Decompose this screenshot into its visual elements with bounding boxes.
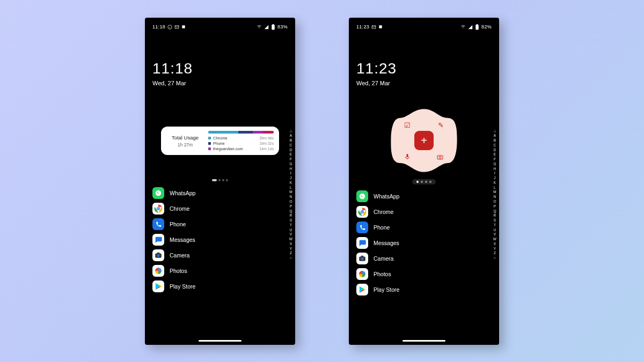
app-camera[interactable]: Camera	[152, 248, 288, 263]
alpha-W[interactable]: W	[493, 237, 496, 242]
alpha-M[interactable]: M	[289, 190, 292, 195]
alpha-B[interactable]: B	[289, 138, 292, 143]
alpha-D[interactable]: D	[289, 148, 292, 153]
svg-rect-17	[477, 24, 478, 25]
alpha-E[interactable]: E	[493, 152, 496, 157]
usage-widget[interactable]: Total Usage 1h 27m Chrome39m 48sPhone19m…	[161, 127, 279, 155]
app-chrome[interactable]: Chrome	[152, 201, 288, 217]
alpha-☆[interactable]: ☆	[289, 129, 292, 134]
alpha-R[interactable]: R	[289, 213, 292, 218]
alpha-H[interactable]: H	[493, 167, 496, 172]
alpha-Q[interactable]: Q	[289, 209, 292, 214]
alpha-G[interactable]: G	[289, 162, 292, 167]
alpha-X[interactable]: X	[289, 242, 292, 247]
alpha-○[interactable]: ○	[289, 256, 292, 261]
alpha-W[interactable]: W	[289, 237, 292, 242]
play-icon	[152, 280, 164, 292]
alpha-B[interactable]: B	[493, 138, 496, 143]
app-photos[interactable]: Photos	[152, 263, 288, 279]
alpha-○[interactable]: ○	[493, 256, 496, 261]
alpha-L[interactable]: L	[493, 186, 496, 190]
mic-icon[interactable]	[404, 153, 411, 160]
alpha-I[interactable]: I	[493, 171, 496, 176]
page-indicator[interactable]	[356, 179, 492, 184]
alpha-index[interactable]: ☆ABCDEFGHIJKLMNOPQRSTUVWXYZ○	[493, 129, 496, 261]
chrome-icon	[356, 206, 368, 218]
nav-pill[interactable]	[402, 340, 445, 342]
alpha-Y[interactable]: Y	[289, 247, 292, 252]
alpha-A[interactable]: A	[289, 134, 292, 138]
nav-pill[interactable]	[199, 340, 241, 342]
alpha-P[interactable]: P	[289, 204, 292, 209]
alpha-O[interactable]: O	[493, 200, 496, 204]
whatsapp-icon	[356, 190, 368, 202]
phone-left: 11:18 83% 11:18 Wed, 27 Mar Total Usage …	[145, 18, 295, 345]
page-indicator[interactable]	[152, 179, 288, 181]
alpha-C[interactable]: C	[289, 143, 292, 148]
alpha-C[interactable]: C	[493, 143, 496, 148]
status-bar: 11:18 83%	[152, 24, 288, 30]
alpha-P[interactable]: P	[493, 204, 496, 209]
alpha-N[interactable]: N	[493, 195, 496, 200]
alpha-Z[interactable]: Z	[289, 251, 292, 256]
alpha-I[interactable]: I	[289, 171, 292, 176]
alpha-U[interactable]: U	[289, 228, 292, 233]
alpha-M[interactable]: M	[493, 190, 496, 195]
alpha-N[interactable]: N	[289, 195, 292, 200]
alpha-L[interactable]: L	[289, 186, 292, 190]
app-messages[interactable]: Messages	[152, 232, 288, 248]
camera-icon[interactable]	[436, 154, 444, 160]
app-camera[interactable]: Camera	[356, 251, 492, 267]
app-whatsapp[interactable]: WhatsApp	[356, 189, 492, 204]
alpha-R[interactable]: R	[493, 213, 496, 218]
svg-rect-4	[273, 24, 274, 25]
app-play[interactable]: Play Store	[152, 279, 288, 294]
alpha-T[interactable]: T	[493, 223, 496, 228]
keep-widget[interactable]: + ☑ ✎	[386, 103, 462, 178]
app-whatsapp[interactable]: WhatsApp	[152, 186, 288, 201]
app-messages[interactable]: Messages	[356, 235, 492, 251]
alpha-Q[interactable]: Q	[493, 209, 496, 214]
app-chrome[interactable]: Chrome	[356, 204, 492, 220]
phone-icon	[152, 218, 164, 230]
status-time: 11:18	[152, 24, 165, 29]
keep-add-button[interactable]: +	[414, 131, 434, 150]
alpha-T[interactable]: T	[289, 223, 292, 228]
alpha-☆[interactable]: ☆	[493, 129, 496, 134]
alpha-U[interactable]: U	[493, 228, 496, 233]
alpha-Z[interactable]: Z	[493, 251, 496, 256]
checkbox-icon[interactable]: ☑	[404, 121, 411, 129]
app-phone[interactable]: Phone	[356, 220, 492, 235]
app-label: Photos	[374, 271, 391, 277]
app-photos[interactable]: Photos	[356, 267, 492, 282]
battery-pct: 83%	[277, 24, 288, 29]
alpha-V[interactable]: V	[493, 232, 496, 237]
alpha-J[interactable]: J	[493, 176, 496, 181]
phone-right: 11:23 82% 11:23 Wed, 27 Mar + ☑ ✎	[349, 18, 499, 345]
clock-widget[interactable]: 11:18 Wed, 27 Mar	[152, 60, 288, 86]
alpha-F[interactable]: F	[493, 157, 496, 162]
pencil-icon[interactable]: ✎	[438, 121, 444, 129]
alpha-index[interactable]: ☆ABCDEFGHIJKLMNOPQRSTUVWXYZ○	[289, 129, 292, 261]
clock-widget[interactable]: 11:23 Wed, 27 Mar	[356, 60, 492, 86]
alpha-E[interactable]: E	[289, 152, 292, 157]
alpha-S[interactable]: S	[493, 218, 496, 223]
alpha-G[interactable]: G	[493, 162, 496, 167]
alpha-V[interactable]: V	[289, 232, 292, 237]
alpha-H[interactable]: H	[289, 167, 292, 172]
alpha-D[interactable]: D	[493, 148, 496, 153]
alpha-J[interactable]: J	[289, 176, 292, 181]
alpha-K[interactable]: K	[493, 181, 496, 186]
alpha-F[interactable]: F	[289, 157, 292, 162]
alpha-X[interactable]: X	[493, 242, 496, 247]
svg-point-10	[158, 208, 159, 210]
app-list: WhatsAppChromePhoneMessagesCameraPhotosP…	[152, 186, 288, 294]
alpha-A[interactable]: A	[493, 134, 496, 138]
app-phone[interactable]: Phone	[152, 217, 288, 232]
alpha-K[interactable]: K	[289, 181, 292, 186]
alpha-Y[interactable]: Y	[493, 247, 496, 252]
chrome-icon	[152, 203, 164, 215]
app-play[interactable]: Play Store	[356, 282, 492, 298]
alpha-O[interactable]: O	[289, 200, 292, 204]
alpha-S[interactable]: S	[289, 218, 292, 223]
